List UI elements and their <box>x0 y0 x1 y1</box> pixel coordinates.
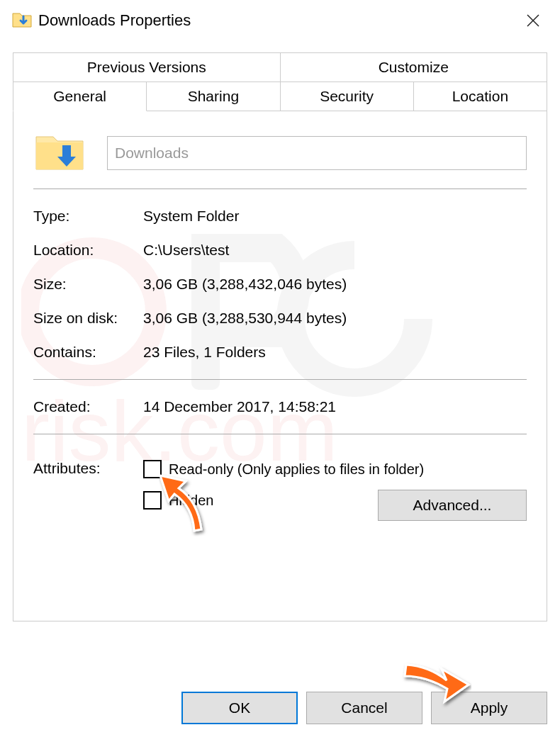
size-on-disk-label: Size on disk: <box>33 310 143 327</box>
general-panel: Downloads Type: System Folder Location: … <box>13 111 547 621</box>
tabs: Previous Versions Customize General Shar… <box>13 52 547 111</box>
tab-customize[interactable]: Customize <box>281 52 548 82</box>
separator <box>33 379 527 380</box>
folder-name-field[interactable]: Downloads <box>107 136 527 170</box>
location-value: C:\Users\test <box>143 242 527 259</box>
created-label: Created: <box>33 398 143 415</box>
created-value: 14 December 2017, 14:58:21 <box>143 398 527 415</box>
folder-icon <box>11 9 33 33</box>
tab-sharing[interactable]: Sharing <box>147 82 280 111</box>
type-label: Type: <box>33 208 143 225</box>
hidden-checkbox[interactable] <box>143 491 162 510</box>
type-value: System Folder <box>143 208 527 225</box>
ok-button[interactable]: OK <box>181 692 298 724</box>
location-label: Location: <box>33 242 143 259</box>
contains-value: 23 Files, 1 Folders <box>143 344 527 361</box>
readonly-label: Read-only (Only applies to files in fold… <box>169 461 424 478</box>
tab-previous-versions[interactable]: Previous Versions <box>13 52 281 82</box>
size-value: 3,06 GB (3,288,432,046 bytes) <box>143 276 527 293</box>
size-label: Size: <box>33 276 143 293</box>
tab-location[interactable]: Location <box>414 82 547 111</box>
separator <box>33 189 527 189</box>
readonly-checkbox[interactable] <box>143 460 162 478</box>
tab-general[interactable]: General <box>13 82 147 111</box>
separator <box>33 434 527 434</box>
dialog-buttons: OK Cancel Apply <box>181 692 547 724</box>
titlebar: Downloads Properties <box>0 0 560 41</box>
cancel-button[interactable]: Cancel <box>306 692 422 724</box>
window-title: Downloads Properties <box>38 11 512 30</box>
contains-label: Contains: <box>33 344 143 361</box>
attributes-label: Attributes: <box>33 460 143 521</box>
size-on-disk-value: 3,06 GB (3,288,530,944 bytes) <box>143 310 527 327</box>
folder-large-icon <box>33 127 86 179</box>
close-button[interactable] <box>512 0 554 41</box>
close-icon <box>526 13 540 28</box>
tab-security[interactable]: Security <box>281 82 414 111</box>
apply-button[interactable]: Apply <box>431 692 547 724</box>
svg-rect-3 <box>62 145 71 158</box>
hidden-label: Hidden <box>169 493 213 509</box>
advanced-button[interactable]: Advanced... <box>378 490 527 521</box>
